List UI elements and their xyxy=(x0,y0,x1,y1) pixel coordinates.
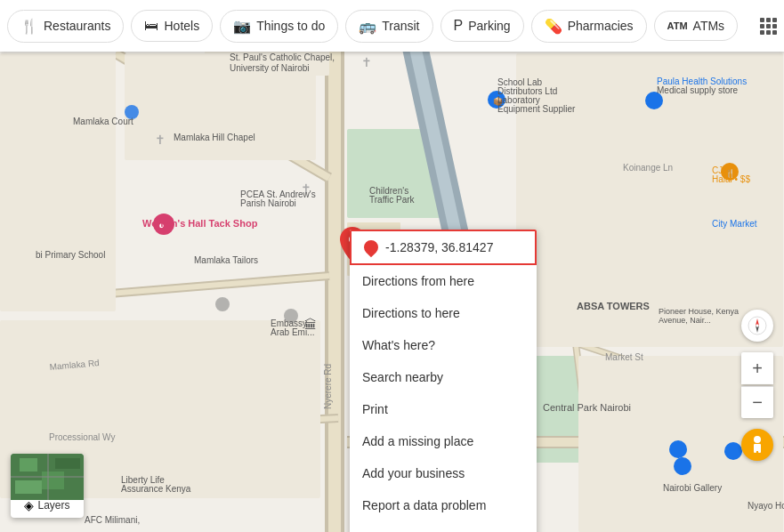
svg-point-38 xyxy=(674,457,691,475)
zoom-out-button[interactable]: − xyxy=(741,386,773,418)
search-nearby[interactable]: Search nearby xyxy=(350,361,537,393)
svg-text:Mamlaka Court: Mamlaka Court xyxy=(73,117,133,126)
svg-text:Pioneer House, Kenya: Pioneer House, Kenya xyxy=(659,307,739,316)
hotels-button[interactable]: 🛏 Hotels xyxy=(131,10,213,42)
parking-label: Parking xyxy=(468,19,510,33)
svg-text:Avenue, Nair...: Avenue, Nair... xyxy=(659,316,711,325)
compass-button[interactable] xyxy=(741,310,773,342)
svg-text:Nairobi Gallery: Nairobi Gallery xyxy=(663,483,722,493)
svg-rect-83 xyxy=(760,18,764,22)
atms-icon: ATM xyxy=(667,20,688,31)
svg-point-45 xyxy=(215,297,230,311)
add-missing-place[interactable]: Add a missing place xyxy=(350,425,537,457)
hotels-label: Hotels xyxy=(164,19,199,33)
layers-thumbnail xyxy=(11,454,84,500)
pegman-button[interactable] xyxy=(741,429,773,461)
svg-text:Mamlaka Tailors: Mamlaka Tailors xyxy=(194,255,258,265)
svg-rect-86 xyxy=(760,24,764,28)
svg-text:Central Park Nairobi: Central Park Nairobi xyxy=(543,402,631,413)
svg-text:Parish Nairobi: Parish Nairobi xyxy=(240,198,296,208)
svg-rect-88 xyxy=(772,24,777,28)
whats-here[interactable]: What's here? xyxy=(350,329,537,361)
restaurants-icon: 🍴 xyxy=(20,18,38,35)
svg-rect-85 xyxy=(772,18,777,22)
transit-button[interactable]: 🚌 Transit xyxy=(345,10,432,43)
svg-text:St. Paul's Catholic Chapel,: St. Paul's Catholic Chapel, xyxy=(230,52,335,62)
restaurants-label: Restaurants xyxy=(44,19,110,33)
svg-rect-96 xyxy=(55,458,80,469)
atms-label: ATMs xyxy=(693,19,725,33)
svg-rect-94 xyxy=(42,472,64,489)
svg-rect-87 xyxy=(766,24,771,28)
zoom-in-button[interactable]: + xyxy=(741,352,773,384)
svg-rect-84 xyxy=(766,18,771,22)
hotels-icon: 🛏 xyxy=(144,18,158,34)
directions-from-here[interactable]: Directions from here xyxy=(350,265,537,297)
svg-rect-95 xyxy=(15,480,42,494)
svg-text:Traffic Park: Traffic Park xyxy=(369,195,416,205)
svg-point-37 xyxy=(669,440,687,458)
svg-text:Processional Wy: Processional Wy xyxy=(49,432,115,442)
svg-text:Equipment Supplier: Equipment Supplier xyxy=(497,104,576,114)
svg-rect-90 xyxy=(766,30,771,35)
svg-rect-22 xyxy=(0,53,116,311)
svg-rect-89 xyxy=(760,30,764,35)
svg-rect-104 xyxy=(754,447,756,453)
measure-distance[interactable]: Measure distance xyxy=(350,521,537,532)
svg-text:Koinange Ln: Koinange Ln xyxy=(623,163,673,173)
pharmacies-icon: 💊 xyxy=(545,18,562,35)
svg-text:✝: ✝ xyxy=(361,55,372,69)
svg-text:Women's Hall Tack Shop: Women's Hall Tack Shop xyxy=(142,218,258,229)
svg-text:Assurance Kenya: Assurance Kenya xyxy=(121,484,191,494)
svg-text:✝: ✝ xyxy=(155,133,166,147)
svg-text:University of Nairobi: University of Nairobi xyxy=(230,63,309,73)
map-pin-icon xyxy=(361,238,382,258)
context-menu: -1.28379, 36.81427 Directions from here … xyxy=(350,230,537,532)
svg-text:City Market: City Market xyxy=(712,219,757,229)
svg-text:Medical supply store: Medical supply store xyxy=(657,85,739,95)
parking-button[interactable]: P Parking xyxy=(440,10,524,42)
transit-icon: 🚌 xyxy=(359,18,376,35)
svg-rect-93 xyxy=(20,458,37,472)
things-icon: 📷 xyxy=(233,18,251,35)
print[interactable]: Print xyxy=(350,393,537,425)
svg-text:bi Primary School: bi Primary School xyxy=(36,250,105,260)
svg-text:Halal • $$: Halal • $$ xyxy=(712,174,750,184)
svg-rect-91 xyxy=(772,30,777,35)
top-bar: 🍴 Restaurants 🛏 Hotels 📷 Things to do 🚌 … xyxy=(0,0,784,52)
things-to-do-button[interactable]: 📷 Things to do xyxy=(220,10,338,43)
parking-icon: P xyxy=(454,18,464,34)
svg-rect-105 xyxy=(758,447,761,453)
svg-text:Mamlaka Hill Chapel: Mamlaka Hill Chapel xyxy=(174,133,255,142)
svg-text:Arab Emi...: Arab Emi... xyxy=(271,327,314,337)
add-your-business[interactable]: Add your business xyxy=(350,457,537,489)
svg-text:AFC Milimani,: AFC Milimani, xyxy=(85,515,140,525)
coordinates-text: -1.28379, 36.81427 xyxy=(385,240,493,254)
svg-text:ABSA TOWERS: ABSA TOWERS xyxy=(577,301,650,311)
pharmacies-label: Pharmacies xyxy=(568,19,634,33)
coordinates-box[interactable]: -1.28379, 36.81427 xyxy=(350,230,537,265)
map-controls: + − xyxy=(741,310,773,461)
grid-icon[interactable] xyxy=(752,10,784,42)
svg-text:Nyayo Ho...: Nyayo Ho... xyxy=(748,501,784,511)
svg-text:Market St: Market St xyxy=(605,352,643,362)
layers-diamond-icon: ◈ xyxy=(24,498,34,512)
layers-control[interactable]: ◈ Layers xyxy=(11,454,84,518)
svg-point-39 xyxy=(724,442,742,460)
directions-to-here[interactable]: Directions to here xyxy=(350,297,537,329)
report-data-problem[interactable]: Report a data problem xyxy=(350,489,537,521)
svg-text:Nyerere Rd: Nyerere Rd xyxy=(323,364,333,409)
svg-point-102 xyxy=(754,436,761,443)
pharmacies-button[interactable]: 💊 Pharmacies xyxy=(531,10,647,43)
svg-rect-4 xyxy=(328,0,341,532)
atms-button[interactable]: ATM ATMs xyxy=(654,11,739,41)
layers-label: Layers xyxy=(37,499,69,512)
things-label: Things to do xyxy=(256,19,325,33)
restaurants-button[interactable]: 🍴 Restaurants xyxy=(7,10,124,43)
transit-label: Transit xyxy=(382,19,419,33)
